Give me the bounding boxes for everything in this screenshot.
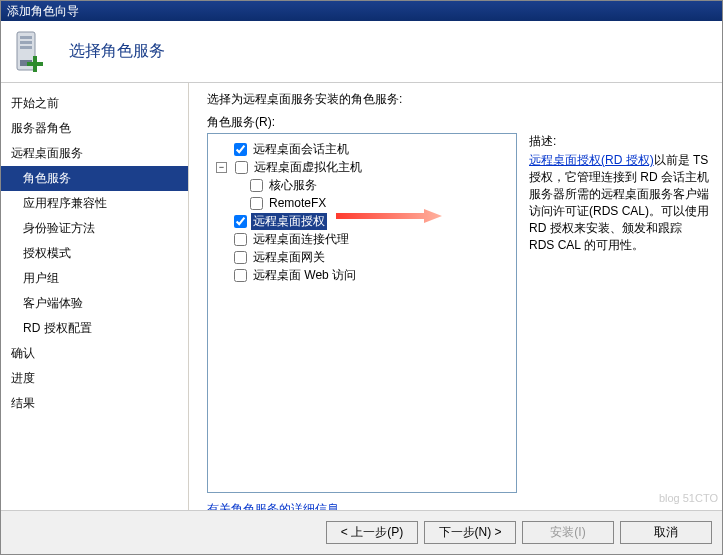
svg-rect-6 xyxy=(27,62,43,66)
window-title: 添加角色向导 xyxy=(7,4,79,18)
description-text: 以前是 TS 授权，它管理连接到 RD 会话主机服务器所需的远程桌面服务客户端访… xyxy=(529,153,709,252)
description-heading: 描述: xyxy=(529,133,709,150)
sidebar-step[interactable]: 客户端体验 xyxy=(1,291,188,316)
window-titlebar: 添加角色向导 xyxy=(1,1,722,21)
roles-label: 角色服务(R): xyxy=(207,114,722,131)
tree-node-label: 远程桌面虚拟化主机 xyxy=(252,159,364,176)
tree-node-label: 核心服务 xyxy=(267,177,319,194)
tree-node-label: 远程桌面授权 xyxy=(251,213,327,230)
tree-expander-icon[interactable]: − xyxy=(216,162,227,173)
tree-checkbox[interactable] xyxy=(250,179,263,192)
tree-checkbox[interactable] xyxy=(234,251,247,264)
sidebar-step[interactable]: 开始之前 xyxy=(1,91,188,116)
wizard-header: 选择角色服务 xyxy=(1,21,722,83)
sidebar-step[interactable]: 服务器角色 xyxy=(1,116,188,141)
sidebar-step[interactable]: 应用程序兼容性 xyxy=(1,191,188,216)
svg-rect-1 xyxy=(20,36,32,39)
tree-node[interactable]: 远程桌面连接代理 xyxy=(212,230,512,248)
tree-node-label: RemoteFX xyxy=(267,196,328,210)
description-body: 远程桌面授权(RD 授权)以前是 TS 授权，它管理连接到 RD 会话主机服务器… xyxy=(529,152,709,254)
tree-node-label: 远程桌面网关 xyxy=(251,249,327,266)
tree-node[interactable]: 远程桌面会话主机 xyxy=(212,140,512,158)
page-heading: 选择角色服务 xyxy=(69,41,165,62)
description-panel: 描述: 远程桌面授权(RD 授权)以前是 TS 授权，它管理连接到 RD 会话主… xyxy=(529,133,709,254)
next-button[interactable]: 下一步(N) > xyxy=(424,521,516,544)
wizard-footer: < 上一步(P) 下一步(N) > 安装(I) 取消 xyxy=(1,510,722,554)
description-link[interactable]: 远程桌面授权(RD 授权) xyxy=(529,153,654,167)
tree-node-label: 远程桌面会话主机 xyxy=(251,141,351,158)
tree-node[interactable]: 核心服务 xyxy=(212,176,512,194)
sidebar-step[interactable]: 远程桌面服务 xyxy=(1,141,188,166)
sidebar-step[interactable]: RD 授权配置 xyxy=(1,316,188,341)
wizard-steps-sidebar: 开始之前服务器角色远程桌面服务角色服务应用程序兼容性身份验证方法授权模式用户组客… xyxy=(1,83,189,510)
tree-node[interactable]: −远程桌面虚拟化主机 xyxy=(212,158,512,176)
tree-node-label: 远程桌面 Web 访问 xyxy=(251,267,358,284)
cancel-button[interactable]: 取消 xyxy=(620,521,712,544)
tree-node[interactable]: 远程桌面授权 xyxy=(212,212,512,230)
sidebar-step[interactable]: 身份验证方法 xyxy=(1,216,188,241)
svg-rect-3 xyxy=(20,46,32,49)
tree-checkbox[interactable] xyxy=(235,161,248,174)
svg-rect-2 xyxy=(20,41,32,44)
tree-checkbox[interactable] xyxy=(234,233,247,246)
sidebar-step[interactable]: 用户组 xyxy=(1,266,188,291)
tree-node[interactable]: RemoteFX xyxy=(212,194,512,212)
sidebar-step[interactable]: 授权模式 xyxy=(1,241,188,266)
tree-checkbox[interactable] xyxy=(234,215,247,228)
tree-node[interactable]: 远程桌面 Web 访问 xyxy=(212,266,512,284)
tree-node-label: 远程桌面连接代理 xyxy=(251,231,351,248)
tree-checkbox[interactable] xyxy=(234,269,247,282)
install-button: 安装(I) xyxy=(522,521,614,544)
server-role-icon xyxy=(11,30,51,74)
sidebar-step[interactable]: 进度 xyxy=(1,366,188,391)
main-content: 选择为远程桌面服务安装的角色服务: 角色服务(R): 远程桌面会话主机−远程桌面… xyxy=(189,83,722,510)
prev-button[interactable]: < 上一步(P) xyxy=(326,521,418,544)
sidebar-step[interactable]: 确认 xyxy=(1,341,188,366)
sidebar-step[interactable]: 结果 xyxy=(1,391,188,416)
role-services-tree[interactable]: 远程桌面会话主机−远程桌面虚拟化主机核心服务RemoteFX远程桌面授权远程桌面… xyxy=(207,133,517,493)
tree-checkbox[interactable] xyxy=(250,197,263,210)
prompt-text: 选择为远程桌面服务安装的角色服务: xyxy=(207,91,722,108)
tree-checkbox[interactable] xyxy=(234,143,247,156)
sidebar-step[interactable]: 角色服务 xyxy=(1,166,188,191)
tree-node[interactable]: 远程桌面网关 xyxy=(212,248,512,266)
